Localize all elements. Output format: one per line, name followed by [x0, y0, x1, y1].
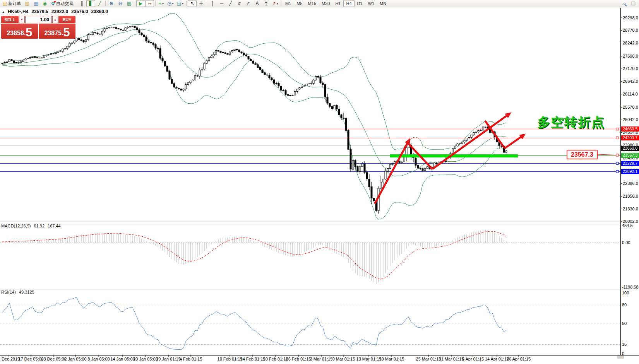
trendline-icon[interactable]: ╱ — [226, 0, 235, 7]
autotrading-button[interactable]: ⚙自动交易 — [49, 0, 75, 7]
support-highlight-bar — [390, 154, 518, 157]
macd-signal-value: 167.44 — [48, 224, 61, 228]
macd-name: MACD(12,26,9) — [1, 224, 31, 228]
candlesticks — [2, 26, 507, 214]
toolbar-separator — [281, 1, 281, 6]
rsi-name: RSI(14) — [1, 290, 16, 294]
buy-price-pip: 5 — [63, 27, 70, 38]
timeframe-m30[interactable]: M30 — [319, 0, 332, 7]
timeframe-m15[interactable]: M15 — [305, 0, 319, 7]
fibonacci-icon[interactable]: F — [244, 0, 253, 7]
quote-close: 23860.0 — [91, 9, 108, 14]
buy-price-button[interactable]: 23875.5 — [39, 24, 75, 39]
axis-corner-grip — [618, 356, 624, 358]
crosshair-icon[interactable]: ┼ — [197, 0, 206, 7]
toolbar: ▤新订单▥▦◉⚙自动交易║▋╱⊕⊖▦▶↦+▾◷▾▤▾↖┼│─╱EFAT↗▾M1M… — [0, 0, 639, 7]
new-order-button[interactable]: ▤新订单 — [1, 0, 22, 7]
text-label-icon[interactable]: T — [262, 0, 271, 7]
bollinger-bands — [2, 13, 506, 219]
chat-icon[interactable]: ❏ — [629, 0, 638, 7]
rsi-value: 49.3125 — [19, 290, 34, 294]
symbol-period: HK50-,H4 — [8, 9, 28, 14]
macd-label: MACD(12,26,9) 61.92 167.44 — [1, 224, 63, 228]
timeframe-m5[interactable]: M5 — [294, 0, 305, 7]
periods-icon[interactable]: ◷▾ — [166, 0, 175, 7]
signals-icon[interactable]: ◉ — [40, 0, 49, 7]
sell-price-main: 23858. — [7, 30, 26, 36]
equidistant-channel-icon[interactable]: E — [235, 0, 244, 7]
volume-down-button[interactable]: ▼ — [19, 16, 25, 23]
buy-button[interactable]: BUY — [58, 16, 75, 23]
sell-price-pip: 5 — [26, 27, 32, 38]
candlestick-chart-icon[interactable]: ▋ — [86, 0, 95, 7]
trend-arrows — [375, 114, 523, 204]
rsi-pane — [0, 297, 620, 350]
quote-high: 23922.0 — [51, 9, 68, 14]
quote-line: ▲ HK50-,H4 23579.5 23922.0 23576.0 23860… — [2, 9, 108, 14]
market-watch-icon[interactable]: ▥ — [22, 0, 31, 7]
toolbar-separator — [105, 1, 106, 6]
quote-low: 23576.0 — [71, 9, 88, 14]
text-icon[interactable]: A — [253, 0, 262, 7]
indicators-icon[interactable]: +▾ — [157, 0, 166, 7]
one-click-trading-panel: SELL ▼ ▲ BUY 23858.5 23875.5 — [1, 16, 75, 39]
zoom-in-icon[interactable]: ⊕ — [107, 0, 116, 7]
macd-value: 61.92 — [34, 224, 45, 228]
navigator-icon[interactable]: ▦ — [31, 0, 40, 7]
quote-open: 23579.5 — [31, 9, 48, 14]
timeframe-m1[interactable]: M1 — [283, 0, 294, 7]
timeframe-w1[interactable]: W1 — [365, 0, 377, 7]
timeframe-d1[interactable]: D1 — [355, 0, 365, 7]
cursor-icon[interactable]: ↖ — [188, 0, 197, 7]
sell-price-button[interactable]: 23858.5 — [1, 24, 38, 39]
toolbar-separator — [135, 1, 135, 6]
vertical-line-icon[interactable]: │ — [208, 0, 217, 7]
volume-input[interactable] — [25, 16, 52, 23]
templates-icon[interactable]: ▤▾ — [175, 0, 185, 7]
toolbar-separator — [155, 1, 156, 6]
sell-button[interactable]: SELL — [1, 16, 19, 23]
macd-pane — [0, 230, 620, 284]
rsi-label: RSI(14) 49.3125 — [1, 290, 36, 294]
tile-windows-icon[interactable]: ▦ — [125, 0, 134, 7]
search-icon[interactable]: ○ — [620, 0, 629, 7]
toolbar-separator — [186, 1, 187, 6]
toolbar-separator — [207, 1, 207, 6]
turning-point-annotation: 多空转折点 — [537, 114, 605, 131]
timeframe-mn[interactable]: MN — [377, 0, 389, 7]
auto-scroll-icon[interactable]: ▶ — [136, 0, 145, 7]
macd-histogram — [2, 230, 506, 284]
bar-chart-icon[interactable]: ║ — [77, 0, 86, 7]
buy-price-main: 23875. — [44, 30, 63, 36]
arrows-icon[interactable]: ↗▾ — [271, 0, 280, 7]
line-chart-icon[interactable]: ╱ — [95, 0, 104, 7]
main-chart-pane — [0, 13, 620, 219]
toolbar-separator — [76, 1, 76, 6]
chart-shift-icon[interactable]: ↦ — [145, 0, 154, 7]
timeframe-h4[interactable]: H4 — [343, 0, 354, 7]
timeframe-h1[interactable]: H1 — [332, 0, 343, 7]
symbol-collapse-icon[interactable]: ▲ — [2, 10, 5, 13]
level-price-label: 23567.3 — [567, 150, 598, 159]
macd-signal-line — [2, 231, 506, 279]
chart-canvas[interactable] — [0, 0, 639, 364]
volume-up-button[interactable]: ▲ — [52, 16, 58, 23]
zoom-out-icon[interactable]: ⊖ — [116, 0, 125, 7]
horizontal-line-icon[interactable]: ─ — [217, 0, 226, 7]
